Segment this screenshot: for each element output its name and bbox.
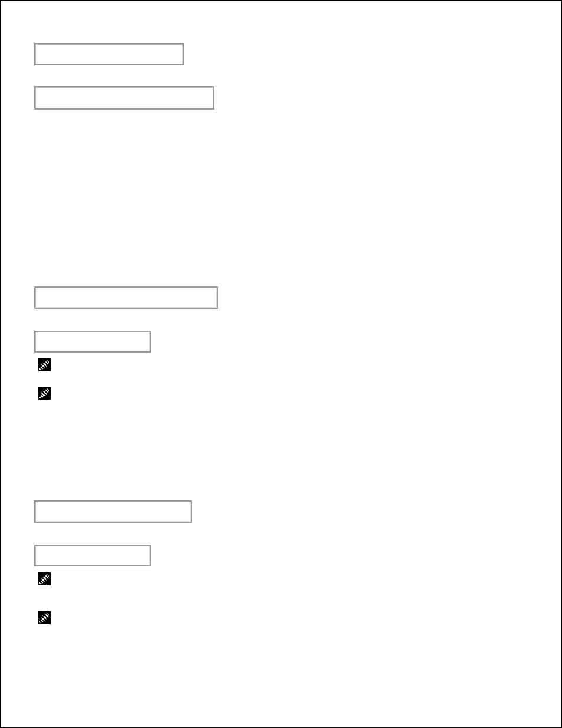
pencil-note-icon: [38, 387, 51, 400]
input-box-4[interactable]: [34, 331, 151, 353]
input-box-3[interactable]: [34, 286, 218, 309]
note-icon: [38, 387, 51, 402]
input-box-5[interactable]: [34, 500, 192, 523]
document-page: [0, 0, 562, 728]
input-box-6[interactable]: [34, 545, 151, 566]
note-icon: [38, 572, 51, 588]
pencil-note-icon: [38, 611, 51, 624]
input-box-1[interactable]: [34, 43, 184, 65]
input-box-2[interactable]: [34, 86, 214, 110]
note-icon: [38, 611, 51, 627]
pencil-note-icon: [38, 572, 51, 585]
pencil-note-icon: [38, 358, 51, 371]
note-icon: [38, 358, 51, 374]
